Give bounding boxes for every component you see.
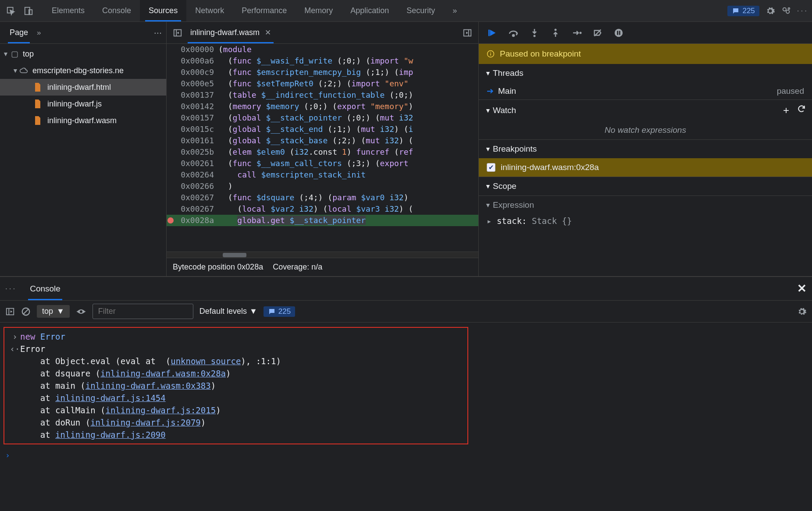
caret-down-icon: ▼ (3, 50, 10, 57)
navigator-pane: Page » ··· ▼ ▢ top ▼ emscripten-dbg-stor… (0, 22, 167, 276)
tab-network[interactable]: Network (186, 0, 233, 21)
sources-panel: Page » ··· ▼ ▢ top ▼ emscripten-dbg-stor… (0, 22, 812, 276)
refresh-icon[interactable] (797, 104, 806, 117)
chevron-double-right-icon[interactable]: » (37, 28, 41, 37)
tree-file-js[interactable]: inlining-dwarf.js (0, 96, 166, 112)
add-watch-icon[interactable]: + (783, 104, 789, 117)
tree-label: top (23, 50, 34, 59)
console-settings-icon[interactable] (797, 307, 807, 316)
thread-status: paused (777, 86, 804, 96)
experiments-icon[interactable] (781, 6, 791, 16)
tree-file-wasm[interactable]: inlining-dwarf.wasm (0, 112, 166, 129)
step-icon[interactable] (571, 27, 582, 39)
stack-frame[interactable]: at main (inlining-dwarf.wasm:0x383) (6, 380, 466, 392)
tab-sources[interactable]: Sources (140, 0, 186, 21)
paused-banner: Paused on breakpoint (479, 44, 812, 64)
stack-frame[interactable]: at dsquare (inlining-dwarf.wasm:0x28a) (6, 367, 466, 380)
step-out-icon[interactable] (550, 27, 561, 39)
svg-point-14 (580, 32, 582, 34)
console-filter-input[interactable] (93, 304, 193, 319)
expression-row[interactable]: ▸ stack: Stack {} (479, 214, 812, 227)
tab-elements[interactable]: Elements (43, 0, 93, 21)
log-level-selector[interactable]: Default levels ▼ (199, 307, 257, 316)
section-title: Expression (493, 200, 534, 210)
section-breakpoints[interactable]: ▼ Breakpoints (479, 140, 812, 158)
svg-line-25 (24, 309, 28, 314)
clear-console-icon[interactable] (21, 307, 31, 316)
step-over-icon[interactable] (508, 27, 519, 39)
section-scope[interactable]: ▼ Scope (479, 177, 812, 195)
chat-icon (268, 308, 276, 316)
svg-point-4 (786, 10, 789, 13)
live-expression-icon[interactable] (76, 308, 86, 315)
file-tab-label: inlining-dwarf.wasm (190, 28, 260, 37)
code-editor[interactable]: 0x00000(module0x000a6 (func $__wasi_fd_w… (167, 44, 478, 252)
chevron-double-right-icon: » (452, 6, 457, 15)
tab-console[interactable]: Console (93, 0, 140, 21)
deactivate-breakpoints-icon[interactable] (592, 27, 603, 39)
arrow-right-icon: ➔ (487, 86, 494, 96)
console-issues-badge[interactable]: 225 (264, 306, 295, 317)
input-marker-icon: › (10, 331, 20, 342)
breakpoint-item[interactable]: ✔ inlining-dwarf.wasm:0x28a (479, 158, 812, 177)
tab-performance[interactable]: Performance (233, 0, 296, 21)
stack-frame[interactable]: at callMain (inlining-dwarf.js:2015) (6, 404, 466, 416)
svg-rect-10 (488, 29, 490, 36)
stack-frame[interactable]: at inlining-dwarf.js:2090 (6, 429, 466, 441)
frame-icon: ▢ (10, 49, 19, 59)
section-threads[interactable]: ▼ Threads (479, 64, 812, 82)
context-selector[interactable]: top ▼ (37, 305, 70, 318)
inspect-element-icon[interactable] (4, 4, 18, 18)
toggle-debugger-icon[interactable] (461, 28, 474, 38)
caret-down-icon: ▼ (485, 70, 493, 77)
navigator-tab-page[interactable]: Page (4, 22, 33, 43)
thread-main[interactable]: ➔ Main paused (479, 82, 812, 99)
section-watch[interactable]: ▼ Watch + (479, 100, 812, 121)
stack-frame[interactable]: at doRun (inlining-dwarf.js:2079) (6, 416, 466, 429)
thread-name: Main (498, 86, 516, 96)
console-prompt[interactable]: › (0, 446, 812, 464)
tab-memory[interactable]: Memory (296, 0, 342, 21)
tab-overflow[interactable]: » (444, 0, 466, 21)
section-expression[interactable]: ▼ Expression (479, 196, 812, 214)
output-marker-icon: ‹· (10, 343, 20, 355)
close-drawer-icon[interactable]: ✕ (797, 282, 807, 295)
horizontal-scrollbar[interactable] (167, 252, 478, 258)
device-toolbar-icon[interactable] (21, 4, 36, 18)
tab-application[interactable]: Application (342, 0, 398, 21)
checkbox-checked-icon[interactable]: ✔ (487, 163, 495, 172)
resume-icon[interactable] (487, 27, 498, 39)
svg-point-13 (555, 28, 557, 31)
stack-frame[interactable]: at inlining-dwarf.js:1454 (6, 392, 466, 404)
console-input-line: › new Error (6, 330, 466, 343)
tree-file-html[interactable]: inlining-dwarf.html (0, 79, 166, 96)
svg-point-12 (534, 35, 536, 37)
settings-icon[interactable] (766, 6, 775, 16)
step-into-icon[interactable] (529, 27, 540, 39)
drawer-tab-console[interactable]: Console (25, 277, 66, 300)
console-output-line[interactable]: ‹· Error (6, 343, 466, 355)
caret-down-icon: ▼ (485, 145, 493, 153)
devtools-tabbar: Elements Console Sources Network Perform… (0, 0, 812, 22)
close-icon[interactable]: ✕ (265, 28, 271, 37)
kebab-menu-icon[interactable]: ··· (797, 7, 808, 15)
tree-frame-top[interactable]: ▼ ▢ top (0, 46, 166, 62)
breakpoint-label: inlining-dwarf.wasm:0x28a (501, 163, 599, 172)
main-tabs: Elements Console Sources Network Perform… (43, 0, 466, 21)
svg-rect-21 (490, 52, 491, 53)
drawer-kebab-icon[interactable]: ··· (5, 284, 17, 293)
pause-exceptions-icon[interactable] (613, 27, 624, 39)
stack-frame[interactable]: at Object.eval (eval at (unknown source)… (6, 355, 466, 367)
bytecode-position: Bytecode position 0x028a (173, 263, 263, 272)
section-title: Threads (493, 68, 524, 78)
editor-status-bar: Bytecode position 0x028a Coverage: n/a (167, 258, 478, 276)
issues-badge[interactable]: 225 (727, 6, 759, 16)
editor-pane: inlining-dwarf.wasm ✕ 0x00000(module0x00… (167, 22, 479, 276)
navigator-kebab-icon[interactable]: ··· (154, 27, 162, 39)
toggle-sidebar-icon[interactable] (5, 307, 15, 316)
editor-file-tab[interactable]: inlining-dwarf.wasm ✕ (184, 22, 277, 43)
tab-security[interactable]: Security (398, 0, 444, 21)
tree-origin[interactable]: ▼ emscripten-dbg-stories.ne (0, 62, 166, 79)
watch-empty-text: No watch expressions (479, 121, 812, 139)
toggle-navigator-icon[interactable] (171, 28, 184, 38)
